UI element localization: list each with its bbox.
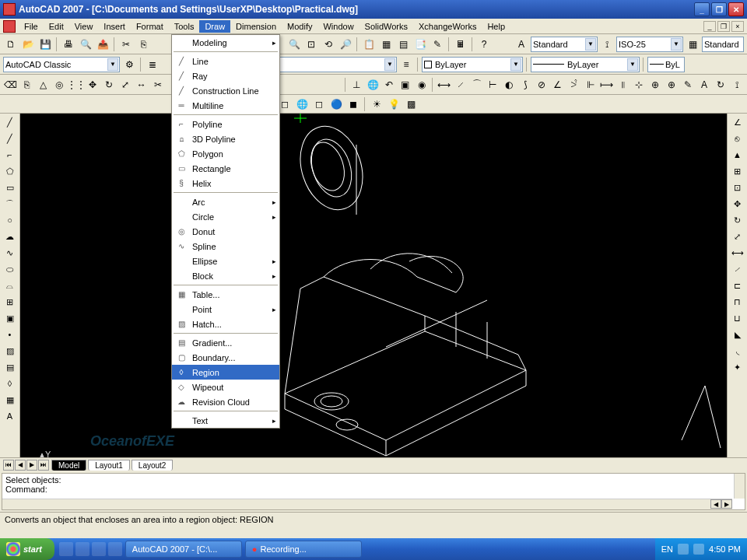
workspace-settings-icon[interactable]: ⚙ xyxy=(121,57,137,72)
menu-xchangeworks[interactable]: XchangeWorks xyxy=(413,20,482,33)
ucs-icon[interactable]: ⊥ xyxy=(349,77,364,93)
cmd-scroll-horizontal[interactable]: ◀ ▶ xyxy=(2,499,732,509)
tab-next-button[interactable]: ▶ xyxy=(26,460,37,471)
draw-menu-block[interactable]: Block xyxy=(172,268,279,283)
dim-aligned-icon[interactable]: ⟋ xyxy=(453,77,468,93)
tab-first-button[interactable]: ⏮ xyxy=(3,460,14,471)
save-icon[interactable]: 💾 xyxy=(37,37,53,52)
rectangle-icon[interactable]: ▭ xyxy=(2,180,18,194)
layout-tab-model[interactable]: Model xyxy=(51,460,86,471)
layer-props-icon[interactable]: ≣ xyxy=(145,57,160,72)
fillet-r-icon[interactable]: ◟ xyxy=(730,344,745,358)
stretch-r-icon[interactable]: ⟷ xyxy=(730,246,745,260)
light-icon[interactable]: 💡 xyxy=(386,96,402,112)
dim-style-icon[interactable]: ⟟ xyxy=(729,77,744,93)
xline-icon[interactable]: ╱ xyxy=(2,131,18,145)
draw-menu-rectangle[interactable]: ▭Rectangle xyxy=(172,161,279,176)
mtext-icon[interactable]: A xyxy=(2,409,18,423)
layout-tab-layout1[interactable]: Layout1 xyxy=(88,460,130,471)
polyline-icon[interactable]: ⌐ xyxy=(2,148,18,162)
mdi-restore[interactable]: ❐ xyxy=(717,21,730,32)
revcloud-icon[interactable]: ☁ xyxy=(2,229,18,243)
draw-menu-ray[interactable]: ╱Ray xyxy=(172,68,279,83)
menu-insert[interactable]: Insert xyxy=(98,20,131,33)
draw-menu-modeling[interactable]: Modeling xyxy=(172,35,279,50)
zoom-previous-icon[interactable]: ⟲ xyxy=(321,37,336,52)
tablestyle-icon[interactable]: ▦ xyxy=(685,37,700,52)
dim-arc-icon[interactable]: ⌒ xyxy=(469,77,484,93)
explode-r-icon[interactable]: ✦ xyxy=(730,360,745,374)
draw-menu-gradient-[interactable]: ▤Gradient... xyxy=(172,335,279,350)
polygon-icon[interactable]: ⬠ xyxy=(2,164,18,178)
tolerance-icon[interactable]: ⊕ xyxy=(648,77,663,93)
plot-icon[interactable]: 🖶 xyxy=(61,37,76,52)
menu-dimension[interactable]: Dimension xyxy=(230,20,282,33)
maximize-button[interactable]: ❐ xyxy=(711,2,727,16)
offset-icon[interactable]: ◎ xyxy=(52,77,67,93)
calc-icon[interactable]: 🖩 xyxy=(453,37,468,52)
trim-r-icon[interactable]: ⟋ xyxy=(730,262,745,276)
dim-cont-icon[interactable]: ⟼ xyxy=(599,77,614,93)
copy-icon[interactable]: ⎘ xyxy=(135,37,151,52)
toolpalettes-icon[interactable]: ▤ xyxy=(395,37,411,52)
menu-file[interactable]: File xyxy=(19,20,44,33)
array-icon[interactable]: ⋮⋮ xyxy=(68,77,84,93)
zoom-realtime-icon[interactable]: 🔍 xyxy=(286,37,302,52)
cut-icon[interactable]: ✂ xyxy=(118,37,134,52)
render-icon[interactable]: ☀ xyxy=(369,96,384,112)
draw-menu-polygon[interactable]: ⬠Polygon xyxy=(172,146,279,161)
textstyle-combo[interactable]: Standard▼ xyxy=(531,37,598,52)
draw-menu-table-[interactable]: ▦Table... xyxy=(172,287,279,302)
menu-modify[interactable]: Modify xyxy=(282,20,317,33)
tab-prev-button[interactable]: ◀ xyxy=(15,460,26,471)
layer-prev-icon[interactable]: ≡ xyxy=(398,57,414,72)
mirror-icon[interactable]: △ xyxy=(36,77,51,93)
draw-menu-circle[interactable]: Circle xyxy=(172,209,279,224)
dimstyle-combo[interactable]: ISO-25▼ xyxy=(616,37,683,52)
draw-menu-helix[interactable]: §Helix xyxy=(172,176,279,191)
ucs-face-icon[interactable]: ▣ xyxy=(398,77,413,93)
dim-quick-icon[interactable]: ⩼ xyxy=(566,77,581,93)
menu-format[interactable]: Format xyxy=(131,20,169,33)
draw-menu-arc[interactable]: Arc xyxy=(172,194,279,209)
dim-break-icon[interactable]: ⊹ xyxy=(632,77,647,93)
ql-media-icon[interactable] xyxy=(92,542,106,556)
array-r-icon[interactable]: ⊡ xyxy=(730,180,745,194)
dim-rad-icon[interactable]: ◐ xyxy=(502,77,517,93)
designcenter-icon[interactable]: ▦ xyxy=(378,37,394,52)
menu-tools[interactable]: Tools xyxy=(169,20,200,33)
vs-3dwire-icon[interactable]: 🌐 xyxy=(294,96,310,112)
ql-app-icon[interactable] xyxy=(108,542,122,556)
dim-ang-icon[interactable]: ∠ xyxy=(550,77,565,93)
gradient-icon[interactable]: ▤ xyxy=(2,360,18,374)
draw-menu-donut[interactable]: ◎Donut xyxy=(172,224,279,239)
copy-obj-icon[interactable]: ⎘ xyxy=(19,77,34,93)
lineweight-combo[interactable]: ByLayer▼ xyxy=(531,57,640,72)
menu-draw[interactable]: Draw xyxy=(199,20,230,33)
trim-icon[interactable]: ✂ xyxy=(150,77,165,93)
ellipse-icon[interactable]: ⬭ xyxy=(2,262,18,276)
layer-combo[interactable]: ▼ xyxy=(272,57,397,72)
tray-clock[interactable]: 4:50 PM xyxy=(709,544,741,554)
textstyle-icon[interactable]: A xyxy=(514,37,529,52)
line-icon[interactable]: ╱ xyxy=(2,115,18,129)
scale-r-icon[interactable]: ⤢ xyxy=(730,229,745,243)
dim-edit-icon[interactable]: ✎ xyxy=(681,77,696,93)
material-icon[interactable]: ▩ xyxy=(403,96,419,112)
copy-r-icon[interactable]: ⎋ xyxy=(730,131,745,145)
dim-tedit-icon[interactable]: A xyxy=(696,77,711,93)
draw-menu-spline[interactable]: ∿Spline xyxy=(172,239,279,254)
ucs-world-icon[interactable]: 🌐 xyxy=(366,77,381,93)
makeblock-icon[interactable]: ▣ xyxy=(2,311,18,325)
region-icon[interactable]: ◊ xyxy=(2,376,18,390)
tray-network-icon[interactable] xyxy=(693,544,704,555)
properties-icon[interactable]: 📋 xyxy=(361,37,377,52)
start-button[interactable]: start xyxy=(0,538,54,560)
menu-edit[interactable]: Edit xyxy=(44,20,69,33)
circle-icon[interactable]: ○ xyxy=(2,213,18,227)
minimize-button[interactable]: _ xyxy=(694,2,710,16)
markup-icon[interactable]: ✎ xyxy=(430,37,445,52)
draw-menu-multiline[interactable]: ═Multiline xyxy=(172,98,279,113)
draw-menu-polyline[interactable]: ⌐Polyline xyxy=(172,117,279,131)
cmd-scroll-vertical[interactable] xyxy=(734,474,745,499)
